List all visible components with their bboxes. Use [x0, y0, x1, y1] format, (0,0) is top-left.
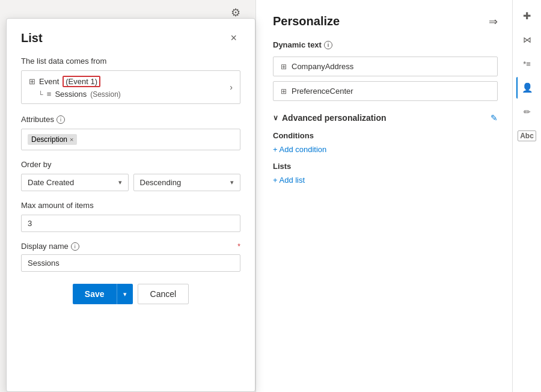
sidebar-text-button[interactable]: Abc	[516, 125, 538, 147]
token-item-company-address[interactable]: ⊞ CompanyAddress	[273, 57, 498, 76]
display-name-info-icon[interactable]: i	[71, 242, 79, 251]
required-star: *	[237, 242, 240, 251]
advanced-section: ∨ Advanced personalization ✎ Conditions …	[273, 113, 498, 185]
order-direction-value: Descending	[140, 178, 182, 187]
sidebar-brush-button[interactable]: ✏	[516, 101, 538, 123]
lists-label: Lists	[273, 162, 498, 171]
display-name-input[interactable]	[21, 254, 240, 272]
add-condition-link[interactable]: + Add condition	[273, 145, 326, 154]
token-icon-2: ⊞	[281, 87, 287, 96]
list-dialog: List × The list data comes from ⊞ Event …	[6, 18, 255, 392]
brush-icon: ✏	[524, 107, 531, 117]
data-source-content: ⊞ Event (Event 1) └ ≡ Sessions (Session)	[29, 76, 121, 99]
dynamic-text-info-icon[interactable]: i	[324, 41, 332, 49]
event-label: Event	[39, 77, 59, 86]
event-highlight: (Event 1)	[63, 76, 100, 87]
personalize-title: Personalize	[273, 14, 340, 28]
attributes-label: Attributes	[21, 115, 54, 124]
edit-icon[interactable]: ✎	[491, 113, 498, 123]
personalize-header: Personalize ⇒	[273, 14, 498, 28]
token-icon-1: ⊞	[281, 63, 287, 71]
dynamic-text-label: Dynamic text	[273, 40, 322, 49]
sidebar-list-button[interactable]: *≡	[516, 53, 538, 75]
tag-label: Description	[31, 135, 67, 144]
chevron-right-icon: ›	[230, 82, 233, 92]
share-icon: ⋈	[523, 35, 531, 44]
save-button[interactable]: Save	[73, 284, 117, 304]
dynamic-text-label-row: Dynamic text i	[273, 40, 498, 49]
save-button-group: Save ▾	[73, 284, 133, 304]
add-list-link[interactable]: + Add list	[273, 176, 305, 185]
dialog-title: List	[21, 31, 43, 45]
text-icon: Abc	[518, 130, 536, 141]
right-sidebar: ✚ ⋈ *≡ 👤 ✏ Abc	[512, 0, 541, 392]
order-by-chevron-icon: ▾	[118, 179, 122, 186]
data-source-selector[interactable]: ⊞ Event (Event 1) └ ≡ Sessions (Session)…	[21, 70, 240, 104]
display-name-label: Display name	[21, 242, 69, 251]
tag-remove-icon[interactable]: ×	[70, 136, 73, 143]
rows-icon: ≡	[47, 90, 52, 99]
display-name-section: Display name i *	[21, 242, 240, 272]
expand-chevron-icon: ∨	[273, 114, 278, 122]
close-button[interactable]: ×	[227, 31, 240, 46]
attributes-info-icon[interactable]: i	[57, 115, 65, 124]
save-dropdown-button[interactable]: ▾	[117, 284, 133, 304]
sidebar-add-button[interactable]: ✚	[516, 5, 538, 26]
sessions-label: Sessions	[55, 90, 87, 99]
plus-icon: ✚	[523, 10, 531, 22]
direction-chevron-icon: ▾	[230, 179, 234, 186]
description-tag: Description ×	[28, 134, 77, 145]
settings-icon[interactable]: ⚙	[231, 6, 240, 19]
list-icon: *≡	[523, 60, 531, 69]
personalize-action-icon[interactable]: ⇒	[489, 15, 498, 28]
max-items-label: Max amount of items	[21, 201, 240, 210]
order-by-label: Order by	[21, 160, 240, 169]
token-label-2: PreferenceCenter	[292, 87, 353, 96]
event-row: ⊞ Event (Event 1)	[29, 76, 121, 87]
lists-section: Lists + Add list	[273, 162, 498, 185]
cancel-button[interactable]: Cancel	[138, 284, 189, 304]
sidebar-user-button[interactable]: 👤	[516, 77, 538, 99]
order-by-value: Date Created	[28, 178, 74, 187]
advanced-title-row[interactable]: ∨ Advanced personalization	[273, 113, 386, 123]
data-source-label: The list data comes from	[21, 57, 240, 66]
dialog-header: List ×	[21, 31, 240, 46]
table-icon: ⊞	[29, 77, 35, 86]
order-direction-dropdown[interactable]: Descending ▾	[133, 174, 241, 191]
user-icon: 👤	[522, 82, 533, 93]
max-items-input[interactable]	[21, 215, 240, 232]
token-label-1: CompanyAddress	[292, 62, 353, 71]
advanced-header: ∨ Advanced personalization ✎	[273, 113, 498, 123]
dialog-footer: Save ▾ Cancel	[21, 284, 240, 304]
advanced-title: Advanced personalization	[282, 113, 386, 123]
display-name-label-row: Display name i *	[21, 242, 240, 251]
tree-indent-icon: └	[38, 91, 43, 98]
sessions-sub-label: (Session)	[90, 90, 121, 99]
attributes-label-row: Attributes i	[21, 115, 240, 124]
conditions-label: Conditions	[273, 131, 498, 140]
sidebar-connect-button[interactable]: ⋈	[516, 29, 538, 51]
attributes-input[interactable]: Description ×	[21, 129, 240, 150]
order-by-dropdown[interactable]: Date Created ▾	[21, 174, 129, 191]
personalize-panel: Personalize ⇒ Dynamic text i ⊞ CompanyAd…	[255, 0, 512, 392]
token-item-preference-center[interactable]: ⊞ PreferenceCenter	[273, 81, 498, 101]
sessions-row: └ ≡ Sessions (Session)	[29, 90, 121, 99]
order-by-row: Date Created ▾ Descending ▾	[21, 174, 240, 191]
conditions-section: Conditions + Add condition	[273, 131, 498, 155]
